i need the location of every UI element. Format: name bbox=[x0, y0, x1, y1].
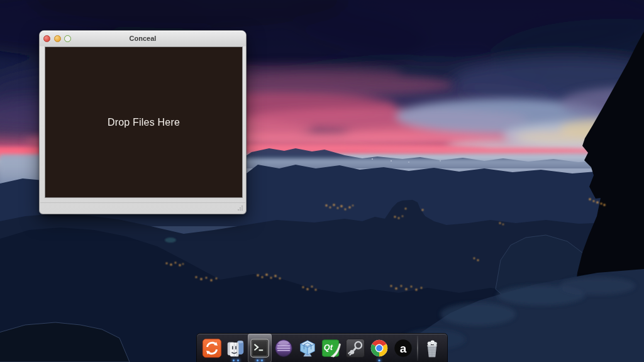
dock-item-chrome[interactable] bbox=[367, 334, 391, 362]
amazon-icon: a bbox=[392, 337, 414, 359]
drop-zone-label: Drop Files Here bbox=[108, 117, 180, 128]
dock: Qt bbox=[196, 333, 448, 362]
virtualbox-icon bbox=[297, 337, 318, 359]
resize-grip-icon[interactable] bbox=[236, 204, 243, 211]
svg-text:a: a bbox=[400, 341, 407, 354]
dock-item-software-updater[interactable] bbox=[200, 334, 224, 362]
qt-creator-icon: Qt bbox=[321, 337, 342, 359]
trash-icon bbox=[421, 337, 443, 359]
drop-zone[interactable]: Drop Files Here bbox=[45, 47, 243, 198]
running-indicator bbox=[233, 359, 239, 361]
software-updater-icon bbox=[201, 337, 223, 359]
eclipse-icon bbox=[273, 337, 294, 359]
dock-item-trash[interactable] bbox=[420, 334, 444, 362]
dock-item-amazon[interactable]: a bbox=[391, 334, 415, 362]
dock-item-steam[interactable] bbox=[343, 334, 367, 362]
running-indicator bbox=[257, 359, 263, 361]
running-indicator bbox=[379, 359, 380, 361]
svg-text:Qt: Qt bbox=[324, 343, 333, 352]
window-title: Conceal bbox=[40, 31, 246, 46]
window-titlebar[interactable]: Conceal bbox=[40, 31, 246, 47]
dock-item-terminal[interactable] bbox=[248, 334, 272, 362]
steam-icon bbox=[345, 337, 366, 359]
dock-separator bbox=[417, 336, 418, 361]
dock-item-virtualbox[interactable] bbox=[296, 334, 319, 362]
file-manager-icon bbox=[225, 337, 247, 359]
chrome-icon bbox=[369, 337, 390, 359]
desktop: Conceal Drop Files Here bbox=[0, 0, 644, 362]
dock-item-eclipse[interactable] bbox=[272, 334, 296, 362]
terminal-icon bbox=[249, 337, 270, 359]
dock-item-file-manager[interactable] bbox=[224, 334, 248, 362]
dock-item-qt-creator[interactable]: Qt bbox=[319, 334, 343, 362]
window-statusbar bbox=[40, 197, 246, 214]
conceal-window: Conceal Drop Files Here bbox=[39, 30, 247, 214]
statusbar-divider bbox=[40, 202, 245, 203]
